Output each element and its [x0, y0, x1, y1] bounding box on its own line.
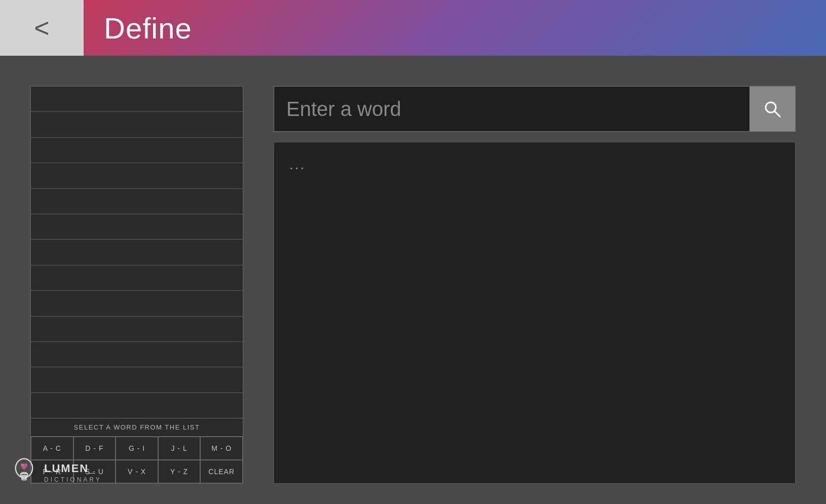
search-icon: [763, 100, 781, 118]
logo-subtitle: DICTIONARY: [44, 476, 102, 483]
logo-icon: [10, 456, 38, 489]
alpha-btn-clear[interactable]: CLEAR: [200, 460, 243, 483]
alpha-btn-g-i[interactable]: G - I: [116, 437, 158, 460]
word-list: [30, 86, 243, 418]
logo-text: LUMEN_ DICTIONARY: [44, 462, 102, 483]
back-icon: <: [34, 15, 49, 41]
word-list-item[interactable]: [31, 317, 243, 342]
svg-point-7: [25, 464, 27, 467]
select-label: SELECT A WORD FROM THE LIST: [30, 418, 243, 437]
word-list-item[interactable]: [31, 138, 243, 163]
right-panel: ...: [274, 86, 796, 484]
back-button[interactable]: <: [0, 0, 84, 56]
word-list-item[interactable]: [31, 342, 243, 367]
svg-rect-5: [22, 479, 26, 480]
logo-name: LUMEN_: [44, 462, 102, 475]
word-list-item[interactable]: [31, 87, 243, 112]
search-button[interactable]: [749, 87, 795, 131]
word-list-item[interactable]: [31, 393, 243, 418]
alpha-btn-j-l[interactable]: J - L: [158, 437, 201, 460]
search-input[interactable]: [274, 87, 749, 131]
word-list-item[interactable]: [31, 214, 243, 240]
alpha-btn-y-z[interactable]: Y - Z: [158, 460, 201, 483]
page-title: Define: [104, 11, 192, 45]
word-list-item[interactable]: [31, 240, 243, 265]
word-list-item[interactable]: [31, 163, 243, 188]
word-list-item[interactable]: [31, 112, 243, 137]
main-content: SELECT A WORD FROM THE LIST A - CD - FG …: [0, 56, 826, 504]
logo: LUMEN_ DICTIONARY: [10, 456, 102, 489]
left-panel: SELECT A WORD FROM THE LIST A - CD - FG …: [30, 86, 243, 484]
alpha-btn-m-o[interactable]: M - O: [200, 437, 243, 460]
svg-rect-3: [21, 474, 28, 476]
word-list-item[interactable]: [31, 291, 243, 316]
header-title-area: Define: [84, 0, 826, 56]
alpha-btn-v-x[interactable]: V - X: [116, 460, 158, 483]
word-list-item[interactable]: [31, 367, 243, 393]
search-bar: [274, 86, 796, 132]
word-list-item[interactable]: [31, 265, 243, 291]
header: < Define: [0, 0, 826, 56]
definition-text: ...: [289, 157, 306, 172]
word-list-item[interactable]: [31, 189, 243, 214]
definition-area: ...: [274, 142, 796, 484]
svg-line-1: [775, 111, 780, 117]
